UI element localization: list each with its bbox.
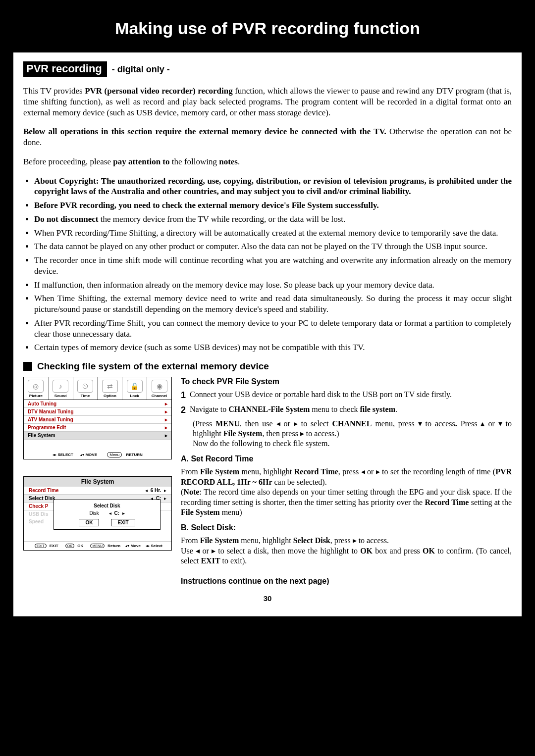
popup-ok-button: OK xyxy=(79,519,99,526)
continue-note: Instructions continue on the next page) xyxy=(181,576,512,586)
fs-menu-title: File System xyxy=(24,477,171,487)
step-2-detail: (Press MENU, then use ◂ or ▸ to select C… xyxy=(193,419,512,449)
left-column-menus: ◎Picture ♪Sound ⏲Time ⇄Option 🔒Lock ◉Cha… xyxy=(23,377,172,586)
channel-menu-screenshot: ◎Picture ♪Sound ⏲Time ⇄Option 🔒Lock ◉Cha… xyxy=(23,377,172,459)
fs-row-record-time: Record Time◂ 6 Hr. ▸ xyxy=(24,487,171,495)
bullet-block-icon xyxy=(23,362,32,371)
menu-item-file-system: File System▸ xyxy=(24,432,171,440)
select-disk-popup: Select Disk Disk◂ C: ▸ OK EXIT xyxy=(54,500,160,530)
subsection-title: Checking file system of the external mem… xyxy=(37,361,269,372)
notes-list: About Copyright: The unauthorized record… xyxy=(23,176,512,353)
a-set-record-time-title: A. Set Record Time xyxy=(181,454,512,464)
list-item: The data cannot be played on any other p… xyxy=(34,241,512,252)
intro-paragraph-1: This TV provides PVR (personal video rec… xyxy=(23,86,512,118)
list-item: Do not disconnect the memory device from… xyxy=(34,214,512,225)
list-item: About Copyright: The unauthorized record… xyxy=(34,176,512,198)
list-item: The recorder once in time shift mode wil… xyxy=(34,255,512,277)
b-select-disk-body: From File System menu, highlight Select … xyxy=(181,536,512,566)
menu-item-programme-edit: Programme Edit▸ xyxy=(24,424,171,432)
tab-time: ⏲Time xyxy=(73,377,98,400)
popup-exit-button: EXIT xyxy=(111,519,135,526)
file-system-menu-screenshot: File System Record Time◂ 6 Hr. ▸ Select … xyxy=(23,476,172,551)
tab-sound: ♪Sound xyxy=(49,377,73,400)
page-number: 30 xyxy=(23,594,512,603)
list-item: After PVR recording/Time Shift, you can … xyxy=(34,318,512,340)
tab-picture: ◎Picture xyxy=(24,377,49,400)
step-1: 1 Connect your USB device or portable ha… xyxy=(181,390,512,401)
list-item: If malfunction, then information already… xyxy=(34,280,512,291)
content-box: PVR recording - digital only - This TV p… xyxy=(13,52,522,617)
menu-footer: ◂▸ SELECT ▴▾ MOVE Menu RETURN xyxy=(24,451,171,459)
intro-paragraph-3: Before proceeding, please pay attention … xyxy=(23,156,512,167)
document-page: Making use of PVR recording function PVR… xyxy=(0,0,535,627)
intro-paragraph-2: Below all operations in this section req… xyxy=(23,126,512,148)
fs-menu-footer: EXIT EXIT OK OK MENU Return ▴▾ Move ◂▸ S… xyxy=(24,541,171,550)
tab-lock: 🔒Lock xyxy=(122,377,147,400)
menu-item-auto-tuning: Auto Tuning▸ xyxy=(24,400,171,408)
list-item: Before PVR recording, you need to check … xyxy=(34,200,512,211)
heading-label-sub: - digital only - xyxy=(112,64,170,75)
a-set-record-time-body: From File System menu, highlight Record … xyxy=(181,467,512,517)
list-item: When PVR recording/Time Shifting, a dire… xyxy=(34,228,512,239)
b-select-disk-title: B. Select Disk: xyxy=(181,523,512,533)
menu-item-atv-tuning: ATV Manual Tuning▸ xyxy=(24,416,171,424)
list-item: When Time Shifting, the external memory … xyxy=(34,293,512,315)
tab-channel: ◉Channel xyxy=(147,377,171,400)
subsection-heading: Checking file system of the external mem… xyxy=(23,361,512,372)
menu-item-dtv-tuning: DTV Manual Tuning▸ xyxy=(24,408,171,416)
right-column-instructions: To check PVR File System 1 Connect your … xyxy=(181,377,512,586)
check-pvr-title: To check PVR File System xyxy=(181,377,512,387)
list-item: Certain types of memory device (such as … xyxy=(34,342,512,353)
page-title: Making use of PVR recording function xyxy=(13,19,522,38)
tab-option: ⇄Option xyxy=(98,377,122,400)
step-2: 2 Navigate to CHANNEL-File System menu t… xyxy=(181,404,512,416)
section-heading: PVR recording - digital only - xyxy=(23,61,512,77)
heading-label-black: PVR recording xyxy=(23,61,107,77)
